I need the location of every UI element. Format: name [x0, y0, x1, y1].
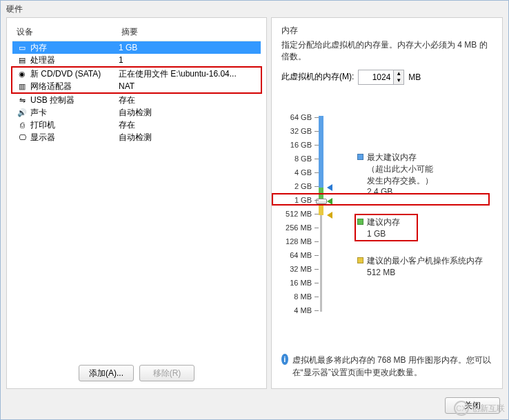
memory-scale[interactable]: 64 GB32 GB16 GB8 GB4 GB2 GB1 GB512 MB256…	[281, 112, 337, 319]
marker-recommended-icon	[327, 198, 332, 205]
scale-tick: 64 GB	[281, 112, 319, 123]
scale-label: 4 MB	[281, 306, 312, 314]
memory-value-input[interactable]	[359, 70, 393, 84]
memory-spinner[interactable]: ▲ ▼	[358, 70, 404, 85]
scale-label: 16 GB	[281, 141, 312, 149]
dialog-footer: 关闭	[1, 392, 508, 419]
add-button[interactable]: 添加(A)...	[79, 365, 134, 381]
spinner-up-icon[interactable]: ▲	[394, 70, 403, 77]
scale-tick-mark	[315, 186, 319, 187]
scale-tick-mark	[315, 159, 319, 159]
note-min-title: 建议的最小客户机操作系统内存	[367, 256, 483, 266]
memory-description: 指定分配给此虚拟机的内存量。内存大小必须为 4 MB 的倍数。	[281, 39, 492, 63]
scale-label: 32 GB	[281, 127, 312, 135]
scale-segment-blue	[319, 116, 323, 188]
device-summary: 存在	[119, 119, 257, 131]
device-list-panel: 设备 摘要 ▭ 内存 1 GB ▤ 处理器 1	[6, 17, 267, 389]
memory-input-row: 此虚拟机的内存(M): ▲ ▼ MB	[281, 70, 492, 85]
device-summary: 1	[119, 55, 257, 65]
scale-tick: 2 GB	[281, 181, 319, 192]
scale-tick-mark	[315, 200, 319, 201]
memory-icon: ▭	[17, 42, 28, 53]
scale-tick: 64 MB	[281, 250, 319, 261]
scale-tick-mark	[315, 297, 319, 297]
scale-tick: 8 GB	[281, 153, 319, 164]
close-button[interactable]: 关闭	[445, 397, 500, 414]
scale-label: 64 GB	[281, 113, 312, 121]
device-name: USB 控制器	[30, 94, 74, 106]
note-min: 建议的最小客户机操作系统内存 512 MB	[357, 255, 483, 279]
marker-max-icon	[327, 184, 332, 191]
sound-icon: 🔊	[17, 107, 28, 118]
note-recommended: 建议内存 1 GB	[357, 217, 400, 240]
device-row-memory[interactable]: ▭ 内存 1 GB	[12, 41, 261, 54]
scale-label: 4 GB	[281, 168, 312, 177]
highlighted-devices: ◉ 新 CD/DVD (SATA) 正在使用文件 E:\ubuntu-16.04…	[11, 66, 262, 94]
scale-label: 16 MB	[281, 279, 312, 287]
note-rec-value: 1 GB	[367, 229, 386, 239]
device-name: 打印机	[30, 119, 55, 131]
scale-tick: 16 GB	[281, 139, 319, 150]
note-max-value: 2.4 GB	[367, 187, 392, 197]
device-name: 处理器	[30, 54, 55, 66]
note-max-title: 最大建议内存	[367, 152, 417, 162]
spinner-arrows[interactable]: ▲ ▼	[393, 70, 403, 84]
cd-icon: ◉	[17, 68, 28, 79]
device-row-printer[interactable]: ⎙ 打印机 存在	[12, 119, 261, 131]
printer-icon: ⎙	[17, 119, 28, 130]
note-max: 最大建议内存 （超出此大小可能 发生内存交换。） 2.4 GB	[357, 152, 433, 198]
dialog-title: 硬件	[1, 1, 508, 17]
legend-square-yellow-icon	[357, 257, 363, 263]
memory-input-label: 此虚拟机的内存(M):	[281, 71, 354, 83]
note-max-line1: （超出此大小可能	[367, 164, 433, 174]
marker-min-icon	[327, 212, 332, 219]
remove-button: 移除(R)	[139, 365, 194, 381]
scale-tick-mark	[315, 172, 319, 173]
device-name: 声卡	[30, 107, 47, 119]
device-name: 新 CD/DVD (SATA)	[30, 68, 101, 80]
device-summary: 存在	[119, 94, 257, 106]
scale-tick: 4 MB	[281, 305, 319, 316]
scale-tick: 512 MB	[281, 208, 319, 219]
device-summary: 1 GB	[119, 43, 257, 52]
device-row-sound[interactable]: 🔊 声卡 自动检测	[12, 106, 261, 119]
device-summary: NAT	[119, 81, 257, 91]
scale-tick: 32 GB	[281, 126, 319, 137]
device-row-usb[interactable]: ⇋ USB 控制器 存在	[12, 94, 261, 106]
device-name: 显示器	[30, 132, 55, 143]
display-icon: 🖵	[17, 132, 28, 143]
scale-label: 1 GB	[281, 196, 312, 204]
scale-tick: 1 GB	[281, 194, 319, 206]
scale-tick-mark	[315, 145, 319, 146]
cpu-icon: ▤	[17, 54, 28, 66]
scale-tick-mark	[315, 117, 319, 118]
note-rec-title: 建议内存	[367, 217, 400, 227]
scale-label: 256 MB	[281, 223, 312, 232]
device-summary: 正在使用文件 E:\ubuntu-16.04...	[119, 68, 257, 80]
scale-tick-mark	[315, 214, 319, 214]
spinner-down-icon[interactable]: ▼	[394, 77, 403, 84]
scale-label: 32 MB	[281, 265, 312, 273]
hardware-dialog: 硬件 设备 摘要 ▭ 内存 1 GB ▤ 处理器	[0, 0, 509, 420]
info-icon: i	[281, 354, 288, 365]
memory-info-note: i 虚拟机最多将此内存的 768 MB 用作图形内存。您可以在“显示器”设置页面…	[281, 354, 492, 379]
legend-square-green-icon	[357, 219, 363, 225]
scale-tick-mark	[315, 228, 319, 228]
device-list: ▭ 内存 1 GB ▤ 处理器 1 ◉ 新	[12, 41, 261, 143]
memory-info-text: 虚拟机最多将此内存的 768 MB 用作图形内存。您可以在“显示器”设置页面中更…	[292, 354, 492, 379]
scale-label: 8 GB	[281, 154, 312, 163]
device-row-display[interactable]: 🖵 显示器 自动检测	[12, 131, 261, 143]
column-summary: 摘要	[121, 26, 138, 38]
scale-label: 128 MB	[281, 237, 312, 246]
memory-section-title: 内存	[281, 25, 492, 37]
legend-square-blue-icon	[357, 154, 363, 160]
usb-icon: ⇋	[17, 94, 28, 106]
scale-label: 8 MB	[281, 292, 312, 301]
scale-tick-mark	[315, 310, 319, 311]
device-list-header: 设备 摘要	[12, 23, 261, 41]
scale-label: 2 GB	[281, 182, 312, 190]
device-row-cd[interactable]: ◉ 新 CD/DVD (SATA) 正在使用文件 E:\ubuntu-16.04…	[12, 68, 261, 80]
device-row-cpu[interactable]: ▤ 处理器 1	[12, 54, 261, 66]
device-row-network[interactable]: ▥ 网络适配器 NAT	[12, 80, 261, 92]
scale-tick-mark	[315, 241, 319, 242]
